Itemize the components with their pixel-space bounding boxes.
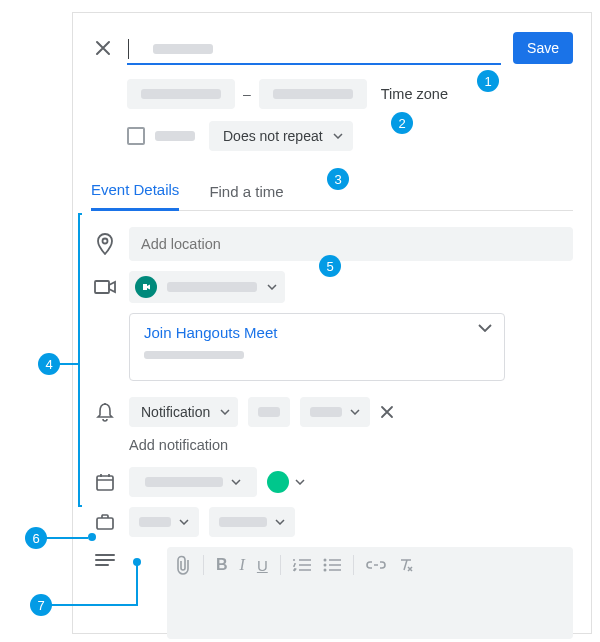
callout-5: 5 bbox=[319, 255, 341, 277]
chevron-down-icon bbox=[333, 133, 343, 139]
chevron-down-icon bbox=[179, 519, 189, 525]
recurrence-dropdown[interactable]: Does not repeat bbox=[209, 121, 353, 151]
event-title-input[interactable] bbox=[127, 31, 501, 65]
remove-notification-icon[interactable] bbox=[380, 405, 402, 419]
visibility-dropdown[interactable] bbox=[209, 507, 295, 537]
underline-icon[interactable]: U bbox=[257, 557, 268, 574]
svg-point-4 bbox=[323, 559, 326, 562]
bold-icon[interactable]: B bbox=[216, 556, 228, 574]
link-icon[interactable] bbox=[366, 560, 386, 570]
svg-point-6 bbox=[323, 569, 326, 572]
callout-4: 4 bbox=[38, 353, 60, 375]
callout-7: 7 bbox=[30, 594, 52, 616]
time-row: – Time zone bbox=[127, 79, 573, 109]
availability-dropdown[interactable] bbox=[129, 507, 199, 537]
start-time-field[interactable] bbox=[127, 79, 235, 109]
add-notification-link[interactable]: Add notification bbox=[129, 437, 573, 453]
location-input[interactable] bbox=[129, 227, 573, 261]
notification-row: Notification bbox=[91, 397, 573, 427]
chevron-down-icon bbox=[275, 519, 285, 525]
conferencing-dropdown[interactable] bbox=[129, 271, 285, 303]
chevron-down-icon bbox=[220, 409, 230, 415]
callout-3: 3 bbox=[327, 168, 349, 190]
bell-icon bbox=[91, 402, 119, 422]
visibility-row bbox=[91, 507, 573, 537]
recurrence-label: Does not repeat bbox=[223, 128, 323, 144]
end-time-field[interactable] bbox=[259, 79, 367, 109]
formatting-toolbar: B I U bbox=[177, 555, 563, 575]
bulleted-list-icon[interactable] bbox=[323, 558, 341, 572]
expand-icon[interactable] bbox=[478, 324, 492, 332]
video-icon bbox=[91, 280, 119, 294]
notification-value-input[interactable] bbox=[248, 397, 290, 427]
header-row: Save bbox=[91, 31, 573, 65]
callout-2: 2 bbox=[391, 112, 413, 134]
attachment-icon[interactable] bbox=[177, 555, 191, 575]
location-icon bbox=[91, 233, 119, 255]
color-swatch bbox=[267, 471, 289, 493]
description-icon bbox=[91, 553, 119, 567]
chevron-down-icon bbox=[267, 284, 277, 290]
calendar-dropdown[interactable] bbox=[129, 467, 257, 497]
numbered-list-icon[interactable] bbox=[293, 558, 311, 572]
chevron-down-icon bbox=[295, 479, 305, 485]
calendar-row bbox=[91, 467, 573, 497]
timezone-link[interactable]: Time zone bbox=[381, 86, 448, 102]
save-button[interactable]: Save bbox=[513, 32, 573, 64]
description-row: B I U bbox=[91, 547, 573, 639]
svg-point-5 bbox=[323, 564, 326, 567]
svg-rect-1 bbox=[95, 281, 109, 293]
chevron-down-icon bbox=[350, 409, 360, 415]
tab-find-a-time[interactable]: Find a time bbox=[209, 175, 283, 210]
notification-type-label: Notification bbox=[141, 404, 210, 420]
event-editor-panel: Save – Time zone Does not repeat Event D… bbox=[72, 12, 592, 634]
chevron-down-icon bbox=[231, 479, 241, 485]
svg-point-0 bbox=[103, 239, 108, 244]
notification-type-dropdown[interactable]: Notification bbox=[129, 397, 238, 427]
notification-unit-dropdown[interactable] bbox=[300, 397, 370, 427]
calendar-icon bbox=[91, 472, 119, 492]
details-content: Join Hangouts Meet Notification Add noti… bbox=[91, 227, 573, 639]
meet-join-card[interactable]: Join Hangouts Meet bbox=[129, 313, 505, 381]
svg-rect-3 bbox=[97, 518, 113, 529]
all-day-checkbox[interactable] bbox=[127, 127, 145, 145]
tab-event-details[interactable]: Event Details bbox=[91, 173, 179, 211]
italic-icon[interactable]: I bbox=[240, 556, 245, 574]
svg-rect-2 bbox=[97, 476, 113, 490]
callout-6: 6 bbox=[25, 527, 47, 549]
close-icon[interactable] bbox=[91, 36, 115, 60]
color-dropdown[interactable] bbox=[267, 471, 305, 493]
time-dash: – bbox=[243, 86, 251, 102]
description-editor[interactable]: B I U bbox=[167, 547, 573, 639]
hangouts-meet-icon bbox=[135, 276, 157, 298]
briefcase-icon bbox=[91, 513, 119, 531]
repeat-row: Does not repeat bbox=[127, 121, 573, 151]
clear-formatting-icon[interactable] bbox=[398, 557, 414, 573]
callout-1: 1 bbox=[477, 70, 499, 92]
meet-join-link[interactable]: Join Hangouts Meet bbox=[144, 324, 277, 341]
